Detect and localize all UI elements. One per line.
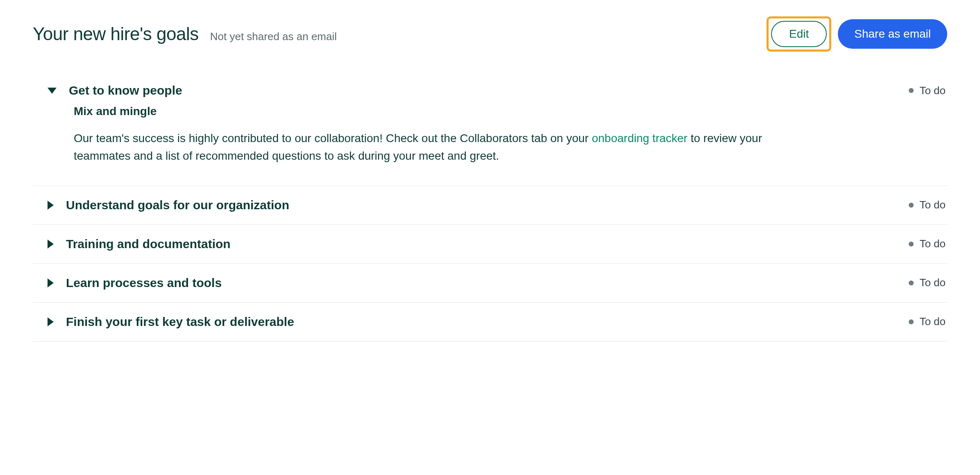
- edit-button[interactable]: Edit: [771, 21, 827, 47]
- goals-list: Get to know people To do Mix and mingle …: [33, 72, 947, 342]
- share-status: Not yet shared as an email: [210, 30, 337, 43]
- goal-status: To do: [909, 276, 947, 289]
- goal-row[interactable]: Learn processes and tools To do: [33, 264, 947, 303]
- goal-expanded-content: Mix and mingle Our team's success is hig…: [33, 97, 947, 185]
- status-dot-icon: [909, 88, 914, 93]
- chevron-right-icon: [48, 240, 54, 249]
- goal-row-left: Finish your first key task or deliverabl…: [33, 315, 294, 329]
- header-actions: Edit Share as email: [767, 16, 947, 52]
- header-left: Your new hire's goals Not yet shared as …: [33, 24, 337, 44]
- status-dot-icon: [909, 280, 914, 285]
- goal-title: Understand goals for our organization: [66, 198, 289, 212]
- onboarding-tracker-link[interactable]: onboarding tracker: [592, 132, 687, 145]
- goal-row-left: Understand goals for our organization: [33, 198, 289, 212]
- goal-row[interactable]: Training and documentation To do: [33, 225, 947, 264]
- goal-row[interactable]: Get to know people To do: [33, 72, 947, 97]
- goal-title: Finish your first key task or deliverabl…: [66, 315, 294, 329]
- status-dot-icon: [909, 203, 914, 208]
- share-as-email-button[interactable]: Share as email: [838, 19, 947, 49]
- goal-row-left: Learn processes and tools: [33, 276, 222, 290]
- goal-status: To do: [909, 84, 947, 97]
- status-label: To do: [919, 199, 946, 211]
- goal-status: To do: [909, 199, 947, 211]
- chevron-right-icon: [48, 201, 54, 210]
- edit-highlight-box: Edit: [767, 16, 831, 52]
- goal-row-left: Get to know people: [33, 84, 182, 97]
- chevron-right-icon: [48, 317, 54, 326]
- goal-row-left: Training and documentation: [33, 237, 231, 251]
- status-dot-icon: [909, 242, 914, 247]
- goal-status: To do: [909, 238, 947, 250]
- page-title: Your new hire's goals: [33, 24, 199, 44]
- status-label: To do: [919, 238, 946, 250]
- goal-status: To do: [909, 315, 947, 328]
- status-label: To do: [919, 84, 946, 97]
- chevron-right-icon: [48, 278, 54, 287]
- goal-sub-body: Our team's success is highly contributed…: [74, 129, 811, 165]
- goal-title: Learn processes and tools: [66, 276, 222, 290]
- chevron-down-icon: [48, 88, 57, 94]
- goal-sub-title: Mix and mingle: [74, 105, 947, 118]
- status-label: To do: [919, 315, 946, 328]
- status-label: To do: [919, 276, 946, 289]
- goal-row[interactable]: Finish your first key task or deliverabl…: [33, 303, 947, 342]
- goal-row[interactable]: Understand goals for our organization To…: [33, 186, 947, 225]
- status-dot-icon: [909, 319, 914, 324]
- goal-sub-body-before: Our team's success is highly contributed…: [74, 132, 592, 145]
- goal-title: Training and documentation: [66, 237, 231, 251]
- page-header: Your new hire's goals Not yet shared as …: [33, 16, 947, 52]
- goal-title: Get to know people: [69, 84, 182, 97]
